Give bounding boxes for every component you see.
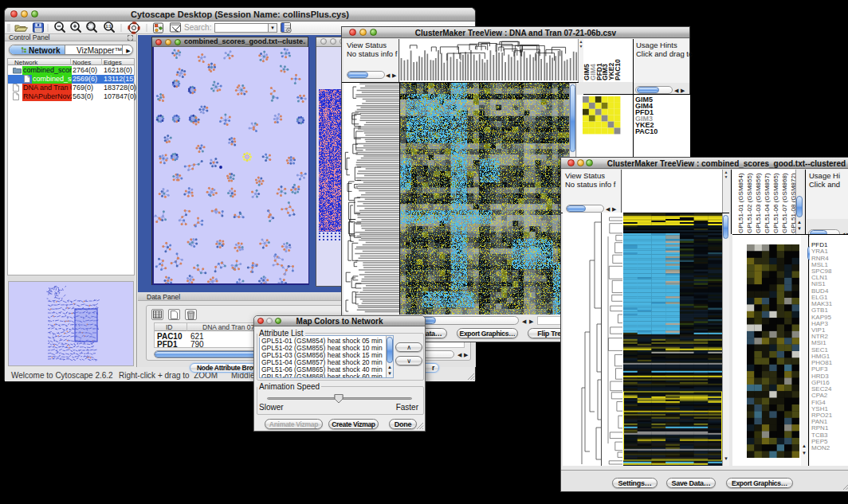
svg-text:GPL51-02 (GSM855): GPL51-02 (GSM855) (746, 173, 753, 233)
svg-text:Search:: Search: (184, 23, 211, 32)
svg-text:GPL51-03 (GSM856): GPL51-03 (GSM856) (755, 173, 762, 233)
svg-text:GPL51-04 (GSM857): GPL51-04 (GSM857) (764, 173, 771, 233)
svg-text:GPL51-07 (GSM868): GPL51-07 (GSM868) (781, 173, 788, 233)
svg-text:GPL51-06 (GSM865): GPL51-06 (GSM865) (772, 173, 779, 233)
svg-text:GPL51-08 (GSM872): GPL51-08 (GSM872) (790, 173, 795, 233)
svg-text:GPL51-01 (GSM854): GPL51-01 (GSM854) (737, 173, 744, 233)
svg-text:1:1: 1:1 (105, 24, 111, 29)
